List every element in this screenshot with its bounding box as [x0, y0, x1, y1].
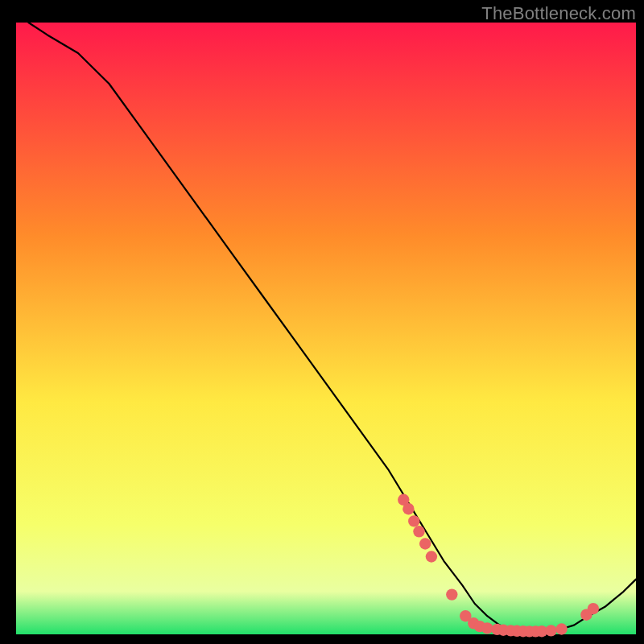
- data-marker: [481, 622, 493, 634]
- data-marker: [402, 503, 414, 514]
- chart-container: TheBottleneck.com: [0, 0, 644, 644]
- attribution-label: TheBottleneck.com: [481, 3, 636, 24]
- data-marker: [555, 623, 567, 634]
- data-marker: [545, 625, 556, 636]
- data-marker: [413, 526, 424, 537]
- data-marker: [426, 551, 437, 562]
- data-marker: [408, 515, 419, 526]
- data-marker: [588, 603, 599, 614]
- data-marker: [446, 588, 457, 600]
- bottleneck-chart: [0, 0, 644, 644]
- plot-background: [16, 23, 636, 634]
- data-marker: [419, 538, 431, 549]
